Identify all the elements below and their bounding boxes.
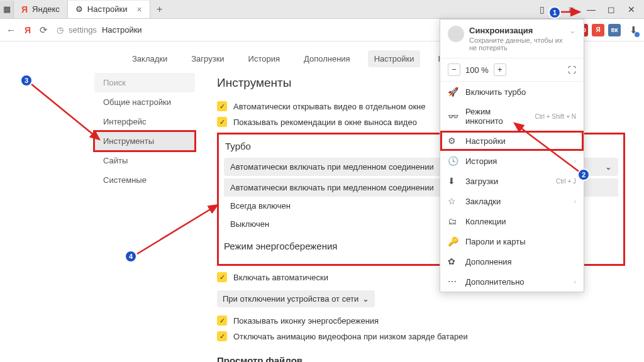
ext-icon-2[interactable]: Я xyxy=(592,24,604,36)
menu-label: История xyxy=(465,156,567,166)
nav-settings[interactable]: Настройки xyxy=(368,50,421,67)
tab-title: Яндекс xyxy=(32,4,60,14)
sidebar-item-interface[interactable]: Интерфейс xyxy=(94,112,195,131)
chk-label: Отключать анимацию видеофона при низком … xyxy=(233,332,468,341)
nav-addons[interactable]: Дополнения xyxy=(297,50,357,67)
bookmark-icon[interactable]: ▯ xyxy=(536,4,548,14)
badge-3: 3 xyxy=(20,74,33,87)
energy-dropdown[interactable]: При отключении устройства от сети ⌄ xyxy=(217,290,375,307)
sync-title: Синхронизация xyxy=(469,26,564,35)
menu-icon: 🕓 xyxy=(448,156,459,166)
gear-icon: ⚙ xyxy=(75,4,83,14)
tab-settings[interactable]: ⚙ Настройки × xyxy=(68,1,150,18)
zoom-out-button[interactable]: − xyxy=(448,63,460,76)
dd-selected: При отключении устройства от сети xyxy=(223,294,358,304)
yandex-logo-icon: Я xyxy=(21,4,28,14)
chk-label: Включать автоматически xyxy=(233,273,328,282)
chevron-right-icon: › xyxy=(574,157,576,165)
menu-label: Загрузки xyxy=(465,177,550,186)
nav-bookmarks[interactable]: Закладки xyxy=(126,50,174,67)
menu-item-коллекции[interactable]: 🗂Коллекции xyxy=(440,211,584,231)
menu-item-включить-турбо[interactable]: 🚀Включить турбо xyxy=(440,82,584,102)
checkbox-icon[interactable]: ✓ xyxy=(217,117,227,127)
chevron-down-icon: ⌄ xyxy=(362,294,369,304)
badge-1: 1 xyxy=(548,6,561,19)
maximize-button[interactable]: ◻ xyxy=(605,4,618,14)
menu-item-история[interactable]: 🕓История› xyxy=(440,151,584,171)
sync-subtitle: Сохраните данные, чтобы их не потерять xyxy=(469,36,564,52)
tab-yandex[interactable]: Я Яндекс xyxy=(14,1,68,18)
chk-label: Автоматически открывать видео в отдельно… xyxy=(233,102,426,111)
sidebar-item-tools[interactable]: Инструменты xyxy=(94,131,195,151)
menu-label: Дополнения xyxy=(465,257,576,266)
ext-icon-3[interactable]: вк xyxy=(608,24,621,36)
menu-icon: 🚀 xyxy=(448,87,459,97)
sidebar-search[interactable]: Поиск xyxy=(94,73,195,92)
menu-label: Пароли и карты xyxy=(465,237,576,246)
menu-icon: 🔑 xyxy=(448,236,459,246)
menu-icon: ✿ xyxy=(448,256,459,266)
menu-icon: ⋯ xyxy=(448,277,459,287)
sidebar: Поиск Общие настройки Интерфейс Инструме… xyxy=(94,41,195,362)
tab-title: Настройки xyxy=(87,4,128,14)
reload-button[interactable]: ⟳ xyxy=(40,25,48,36)
menu-item-дополнения[interactable]: ✿Дополнения xyxy=(440,251,584,272)
downloads-icon[interactable]: ⬇ xyxy=(630,25,638,36)
menu-shortcut: Ctrl + J xyxy=(556,178,576,185)
new-tab-button[interactable]: + xyxy=(150,4,169,15)
menu-item-режим-инкогнито[interactable]: 👓Режим инкогнитоCtrl + Shift + N xyxy=(440,102,584,131)
menu-icon[interactable]: ≡ xyxy=(565,4,577,14)
checkbox-icon[interactable]: ✓ xyxy=(217,101,227,111)
menu-label: Настройки xyxy=(465,136,576,146)
zoom-value: 100 % xyxy=(465,65,489,75)
sidebar-item-sites[interactable]: Сайты xyxy=(94,151,195,170)
badge-4: 4 xyxy=(125,250,137,263)
menu-label: Включить турбо xyxy=(465,87,576,97)
menu-shortcut: Ctrl + Shift + N xyxy=(535,113,576,120)
tab-panel-icon[interactable]: ▦ xyxy=(0,1,14,18)
close-button[interactable]: ✕ xyxy=(625,4,638,14)
dd-selected: Автоматически включать при медленном сое… xyxy=(230,162,434,172)
addr-path: Настройки xyxy=(102,25,142,35)
avatar-icon xyxy=(448,26,464,42)
globe-icon: ◷ xyxy=(57,25,64,35)
menu-label: Закладки xyxy=(465,197,567,206)
menu-label: Дополнительно xyxy=(465,277,567,287)
menu-icon: 🗂 xyxy=(448,216,459,226)
sidebar-item-system[interactable]: Системные xyxy=(94,170,195,190)
addr-host: settings xyxy=(69,25,97,35)
menu-icon: ⚙ xyxy=(448,136,459,146)
menu-item-загрузки[interactable]: ⬇ЗагрузкиCtrl + J xyxy=(440,171,584,191)
menu-label: Коллекции xyxy=(465,217,576,226)
menu-icon: 👓 xyxy=(448,111,459,121)
sidebar-item-general[interactable]: Общие настройки xyxy=(94,92,195,112)
minimize-button[interactable]: — xyxy=(585,4,597,14)
chk-label: Показывать рекомендации в окне выноса ви… xyxy=(233,118,417,127)
fullscreen-icon[interactable]: ⛶ xyxy=(568,65,576,75)
chk-label: Показывать иконку энергосбережения xyxy=(233,316,379,326)
home-button[interactable]: Я xyxy=(25,25,31,35)
main-menu-panel: Синхронизация Сохраните данные, чтобы их… xyxy=(440,19,584,292)
back-button[interactable]: ← xyxy=(6,25,16,35)
files-title: Просмотр файлов xyxy=(217,355,625,362)
menu-item-настройки[interactable]: ⚙Настройки xyxy=(440,131,584,151)
checkbox-icon[interactable]: ✓ xyxy=(217,272,227,282)
nav-downloads[interactable]: Загрузки xyxy=(185,50,230,67)
menu-item-закладки[interactable]: ☆Закладки› xyxy=(440,191,584,211)
menu-icon: ☆ xyxy=(448,196,459,206)
menu-item-пароли-и-карты[interactable]: 🔑Пароли и карты xyxy=(440,231,584,251)
menu-icon: ⬇ xyxy=(448,176,459,186)
chevron-right-icon: › xyxy=(574,197,576,205)
chevron-down-icon: ⌄ xyxy=(569,26,576,52)
checkbox-icon[interactable]: ✓ xyxy=(217,331,227,341)
checkbox-icon[interactable]: ✓ xyxy=(217,315,227,326)
chevron-right-icon: › xyxy=(574,278,576,285)
chevron-down-icon: ⌄ xyxy=(605,162,612,172)
nav-history[interactable]: История xyxy=(242,50,286,67)
close-icon[interactable]: × xyxy=(137,4,142,14)
menu-item-дополнительно[interactable]: ⋯Дополнительно› xyxy=(440,272,584,292)
zoom-in-button[interactable]: + xyxy=(494,63,506,76)
badge-2: 2 xyxy=(577,168,590,181)
menu-zoom: − 100 % + ⛶ xyxy=(440,58,584,82)
menu-sync[interactable]: Синхронизация Сохраните данные, чтобы их… xyxy=(440,19,584,58)
